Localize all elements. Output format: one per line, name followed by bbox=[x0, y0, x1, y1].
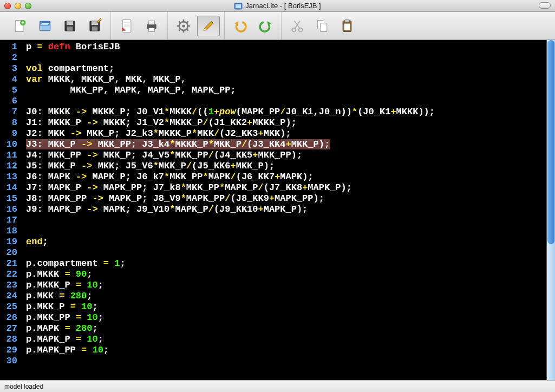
export-pdf-button[interactable] bbox=[115, 16, 138, 36]
code-line[interactable]: p.MKK_P = 10; bbox=[26, 302, 546, 312]
line-number: 11 bbox=[0, 150, 17, 161]
vertical-scrollbar[interactable] bbox=[546, 40, 555, 380]
line-number: 23 bbox=[0, 280, 17, 291]
line-number: 9 bbox=[0, 128, 17, 139]
code-line[interactable]: J9: MAPK_P -> MAPK; J9_V10*MAPK_P/(J9_KK… bbox=[26, 204, 546, 215]
save-button[interactable] bbox=[58, 16, 81, 36]
paste-button[interactable] bbox=[336, 16, 358, 36]
settings-button[interactable] bbox=[172, 16, 195, 36]
line-number: 1 bbox=[0, 42, 17, 53]
line-number: 3 bbox=[0, 63, 17, 74]
line-number: 7 bbox=[0, 107, 17, 117]
code-line[interactable]: J7: MAPK_P -> MAPK_PP; J7_k8*MKK_PP*MAPK… bbox=[26, 182, 546, 193]
code-line[interactable] bbox=[26, 226, 546, 237]
vertical-scroll-thumb[interactable] bbox=[547, 40, 554, 244]
toolbar bbox=[0, 12, 555, 40]
code-line[interactable]: var MKKK, MKKK_P, MKK, MKK_P, bbox=[26, 74, 546, 85]
line-number: 18 bbox=[0, 226, 17, 237]
zoom-window-icon[interactable] bbox=[25, 3, 31, 9]
traffic-lights bbox=[0, 3, 31, 9]
code-line[interactable]: J8: MAPK_PP -> MAPK_P; J8_V9*MAPK_PP/(J8… bbox=[26, 193, 546, 204]
line-number: 14 bbox=[0, 182, 17, 193]
line-number: 29 bbox=[0, 345, 17, 356]
svg-point-17 bbox=[182, 24, 185, 27]
code-line[interactable]: J1: MKKK_P -> MKKK; J1_V2*MKKK_P/(J1_KK2… bbox=[26, 117, 546, 128]
code-line[interactable]: p.compartment = 1; bbox=[26, 258, 546, 269]
line-number: 22 bbox=[0, 269, 17, 280]
window-title: JarnacLite - [ BorisEJB ] bbox=[0, 2, 555, 10]
svg-line-25 bbox=[187, 21, 188, 23]
svg-rect-32 bbox=[344, 23, 350, 30]
svg-rect-7 bbox=[67, 21, 73, 25]
line-number: 15 bbox=[0, 193, 17, 204]
svg-rect-14 bbox=[149, 21, 155, 24]
code-line[interactable]: J3: MKK_P -> MKK_PP; J3_k4*MKKK_P*MKK_P/… bbox=[26, 139, 546, 150]
editor[interactable]: 1234567891011121314151617181920212223242… bbox=[0, 40, 555, 380]
code-line[interactable]: J6: MAPK -> MAPK_P; J6_k7*MKK_PP*MAPK/(J… bbox=[26, 172, 546, 182]
code-line[interactable]: J5: MKK_P -> MKK; J5_V6*MKK_P/(J5_KK6+MK… bbox=[26, 161, 546, 172]
titlebar: JarnacLite - [ BorisEJB ] bbox=[0, 0, 555, 12]
minimize-window-icon[interactable] bbox=[15, 3, 21, 9]
line-number: 16 bbox=[0, 204, 17, 215]
line-number: 30 bbox=[0, 356, 17, 367]
code-line[interactable]: p.MAPK = 280; bbox=[26, 323, 546, 334]
line-number: 13 bbox=[0, 172, 17, 182]
code-line[interactable] bbox=[26, 247, 546, 258]
line-number: 5 bbox=[0, 85, 17, 96]
line-number: 27 bbox=[0, 323, 17, 334]
code-area[interactable]: p = defn BorisEJBvol compartment;var MKK… bbox=[21, 40, 546, 380]
svg-line-23 bbox=[187, 29, 188, 31]
close-window-icon[interactable] bbox=[4, 3, 11, 9]
code-line[interactable]: J2: MKK -> MKK_P; J2_k3*MKKK_P*MKK/(J2_K… bbox=[26, 128, 546, 139]
code-line[interactable]: J4: MKK_PP -> MKK_P; J4_V5*MKK_PP/(J4_KK… bbox=[26, 150, 546, 161]
code-line[interactable]: p.MKK = 280; bbox=[26, 291, 546, 302]
line-number: 20 bbox=[0, 247, 17, 258]
line-number: 21 bbox=[0, 258, 17, 269]
status-text: model loaded bbox=[4, 383, 43, 390]
print-button[interactable] bbox=[140, 16, 163, 36]
code-line[interactable]: J0: MKKK -> MKKK_P; J0_V1*MKKK/((1+pow(M… bbox=[26, 107, 546, 117]
line-number: 19 bbox=[0, 237, 17, 247]
code-line[interactable] bbox=[26, 53, 546, 63]
code-line[interactable]: MKK_PP, MAPK, MAPK_P, MAPK_PP; bbox=[26, 85, 546, 96]
code-line[interactable]: p.MAPK_P = 10; bbox=[26, 334, 546, 345]
code-line[interactable]: p = defn BorisEJB bbox=[26, 42, 546, 53]
window-title-text: JarnacLite - [ BorisEJB ] bbox=[245, 2, 321, 10]
status-bar: model loaded bbox=[0, 380, 555, 392]
line-number: 4 bbox=[0, 74, 17, 85]
line-number-gutter: 1234567891011121314151617181920212223242… bbox=[0, 40, 21, 380]
code-line[interactable]: p.MKKK = 90; bbox=[26, 269, 546, 280]
cut-button[interactable] bbox=[286, 16, 309, 36]
line-number: 6 bbox=[0, 96, 17, 107]
line-number: 26 bbox=[0, 312, 17, 323]
code-line[interactable]: vol compartment; bbox=[26, 63, 546, 74]
save-as-button[interactable] bbox=[83, 16, 106, 36]
edit-button[interactable] bbox=[197, 16, 220, 36]
svg-line-22 bbox=[179, 21, 180, 23]
toolbar-toggle-icon[interactable] bbox=[539, 2, 551, 9]
line-number: 2 bbox=[0, 53, 17, 63]
line-number: 25 bbox=[0, 302, 17, 312]
svg-line-24 bbox=[179, 29, 180, 31]
code-line[interactable]: p.MKKK_P = 10; bbox=[26, 280, 546, 291]
copy-button[interactable] bbox=[311, 16, 334, 36]
undo-button[interactable] bbox=[229, 16, 252, 36]
code-line[interactable]: p.MAPK_PP = 10; bbox=[26, 345, 546, 356]
svg-rect-8 bbox=[67, 26, 73, 30]
line-number: 10 bbox=[0, 139, 17, 150]
app-icon bbox=[234, 2, 243, 10]
new-button[interactable] bbox=[9, 16, 31, 36]
code-line[interactable]: p.MKK_PP = 10; bbox=[26, 312, 546, 323]
code-line[interactable] bbox=[26, 215, 546, 226]
line-number: 12 bbox=[0, 161, 17, 172]
code-line[interactable]: end; bbox=[26, 237, 546, 247]
line-number: 28 bbox=[0, 334, 17, 345]
svg-rect-15 bbox=[149, 28, 155, 31]
line-number: 24 bbox=[0, 291, 17, 302]
redo-button[interactable] bbox=[254, 16, 277, 36]
code-line[interactable] bbox=[26, 96, 546, 107]
code-line[interactable] bbox=[26, 356, 546, 367]
svg-rect-0 bbox=[234, 3, 242, 9]
open-button[interactable] bbox=[34, 16, 56, 36]
svg-rect-5 bbox=[40, 25, 50, 31]
